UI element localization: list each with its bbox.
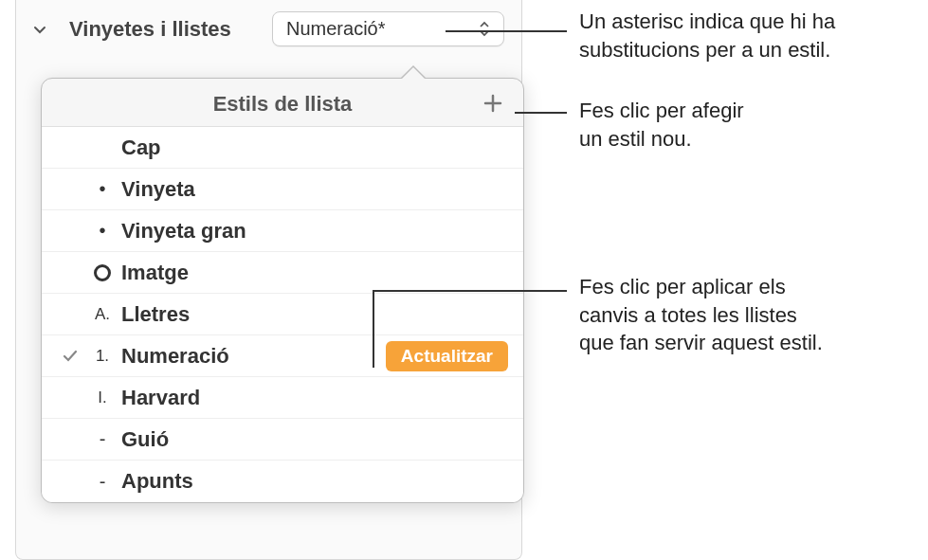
callout-add-style: Fes clic per afegir un estil nou. [579, 97, 920, 153]
bullet-letter-icon: A. [83, 305, 121, 324]
list-item[interactable]: I. Harvard [42, 377, 523, 419]
list-item[interactable]: • Vinyeta [42, 169, 523, 210]
item-label: Apunts [121, 469, 508, 494]
dropdown-value: Numeració* [286, 18, 385, 40]
callout-text: Fes clic per afegir [579, 99, 744, 122]
item-label: Vinyeta [121, 177, 508, 202]
dropdown-arrows-icon [479, 20, 490, 39]
plus-icon [482, 93, 503, 114]
item-label: Lletres [121, 302, 508, 327]
chevron-down-icon[interactable] [33, 23, 46, 36]
list-item[interactable]: Cap [42, 127, 523, 169]
update-style-button[interactable]: Actualitzar [386, 341, 508, 371]
list-style-dropdown[interactable]: Numeració* [272, 11, 504, 46]
callout-line [373, 290, 374, 368]
list-item[interactable]: • Vinyeta gran [42, 210, 523, 252]
item-label: Imatge [121, 261, 508, 285]
list-item[interactable]: - Apunts [42, 461, 523, 502]
bullet-number-icon: 1. [83, 347, 121, 366]
bullet-dash-icon: - [83, 428, 121, 450]
popover-title: Estils de llista [213, 92, 353, 116]
inspector-panel: Vinyetes i llistes Numeració* Estils de … [15, 0, 522, 560]
add-style-button[interactable] [480, 90, 506, 117]
list-item[interactable]: - Guió [42, 419, 523, 461]
list-item[interactable]: Imatge [42, 252, 523, 294]
section-title: Vinyetes i llistes [69, 17, 249, 42]
item-label: Guió [121, 427, 508, 452]
callout-asterisk: Un asterisc indica que hi ha substitucio… [579, 8, 925, 63]
item-label: Harvard [121, 386, 508, 410]
checkmark-icon [57, 348, 83, 365]
bullet-dash-icon: - [83, 471, 121, 493]
callout-text: Un asterisc indica que hi ha substitucio… [579, 9, 835, 62]
callout-text: canvis a totes les llistes [579, 303, 797, 327]
bullet-dot-icon: • [83, 178, 121, 200]
bullet-dot-icon: • [83, 220, 121, 242]
popover-header: Estils de llista [42, 79, 523, 126]
bullet-ring-icon [83, 264, 121, 281]
bullet-roman-icon: I. [83, 388, 121, 407]
item-label: Vinyeta gran [121, 219, 508, 244]
callout-update: Fes clic per aplicar els canvis a totes … [579, 273, 920, 357]
list-item[interactable]: A. Lletres [42, 294, 523, 335]
item-label: Numeració [121, 344, 386, 369]
callout-line [373, 290, 567, 292]
style-list: Cap • Vinyeta • Vinyeta gran Imatge A. [42, 126, 523, 502]
callout-text: que fan servir aquest estil. [579, 331, 823, 354]
section-header: Vinyetes i llistes Numeració* [16, 0, 521, 63]
callout-text: Fes clic per aplicar els [579, 275, 786, 298]
callout-line [446, 30, 567, 32]
callout-text: un estil nou. [579, 127, 692, 151]
callout-line [515, 112, 567, 114]
item-label: Cap [121, 135, 508, 160]
list-item[interactable]: 1. Numeració Actualitzar [42, 335, 523, 377]
